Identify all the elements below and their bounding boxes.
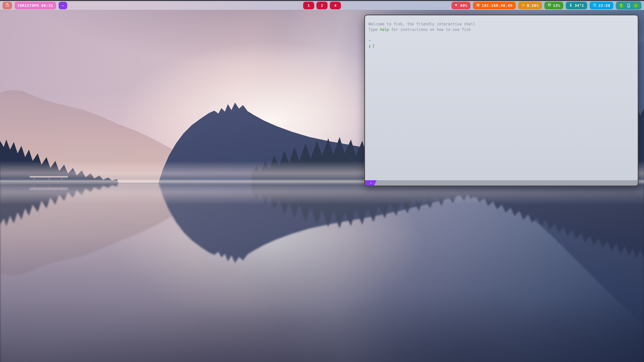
cpu-load-value: 0.26% — [527, 4, 539, 8]
keepassxc-key-icon[interactable] — [619, 3, 624, 8]
volume-value: 60% — [460, 4, 467, 8]
thermometer-icon — [569, 3, 573, 8]
check-glyph: ✓ — [634, 4, 637, 8]
clock-icon — [593, 3, 597, 8]
system-tray: ✓ — [616, 2, 641, 10]
terminal-line-welcome: Welcome to fish, the friendly interactiv… — [369, 21, 634, 27]
tux-icon — [5, 3, 10, 8]
workspace-button-1[interactable]: 1 — [303, 2, 314, 9]
memory-stack-icon — [547, 3, 551, 8]
workspace-button-4[interactable]: 4 — [330, 2, 341, 9]
kdeconnect-phone-icon[interactable] — [626, 3, 631, 8]
bar-left-group: CHRISTOPH 00:31 ~ — [3, 2, 67, 9]
prompt-symbol: ❯ — [369, 44, 371, 49]
help-keyword: help — [380, 27, 389, 32]
terminal-content[interactable]: Welcome to fish, the friendly interactiv… — [365, 15, 638, 180]
water-overlay — [0, 183, 644, 362]
cpu-load-widget: 0.26% — [518, 2, 542, 9]
temperature-widget: 34°C — [566, 2, 587, 9]
wallpaper-reflection — [0, 183, 644, 362]
home-button[interactable]: ~ — [59, 2, 67, 9]
network-ip-value: 192.168.86.69 — [482, 4, 513, 8]
user-session-widget: CHRISTOPH 00:31 — [15, 2, 56, 9]
status-bar: CHRISTOPH 00:31 ~ 1 2 4 60% — [0, 1, 644, 10]
workspace-switcher: 1 2 4 — [303, 2, 341, 9]
workspace-label: 2 — [321, 4, 323, 8]
network-widget[interactable]: 192.168.86.69 — [473, 2, 516, 9]
terminal-window: Welcome to fish, the friendly interactiv… — [364, 15, 638, 186]
speaker-icon — [455, 3, 459, 8]
user-session-label: CHRISTOPH 00:31 — [18, 4, 53, 8]
terminal-cursor — [373, 44, 374, 48]
terminal-status-bar: ~ — [365, 180, 638, 186]
memory-widget: 13% — [544, 2, 563, 9]
terminal-blank-line — [369, 32, 634, 38]
workspace-label: 4 — [334, 4, 336, 8]
globe-icon — [476, 3, 480, 8]
prompt-line: ❯ — [369, 43, 634, 49]
terminal-tab-label: ~ — [370, 181, 372, 185]
terminal-tab-home[interactable]: ~ — [365, 180, 377, 186]
memory-value: 13% — [553, 4, 560, 8]
gauge-icon — [521, 3, 525, 8]
home-label: ~ — [62, 4, 64, 8]
time-value: 22:58 — [598, 4, 610, 8]
clock-widget[interactable]: 22:58 — [590, 2, 613, 9]
workspace-button-2[interactable]: 2 — [316, 2, 328, 9]
terminal-line-help: Type help for instructions on how to use… — [369, 27, 634, 32]
launcher-button[interactable] — [3, 2, 12, 9]
temperature-value: 34°C — [575, 4, 584, 8]
bar-right-group: 60% 192.168.86.69 0.26% — [452, 2, 641, 10]
sync-check-icon[interactable]: ✓ — [633, 3, 639, 8]
volume-widget[interactable]: 60% — [452, 2, 470, 9]
prompt-path: ~ — [369, 38, 634, 43]
workspace-label: 1 — [308, 4, 310, 8]
